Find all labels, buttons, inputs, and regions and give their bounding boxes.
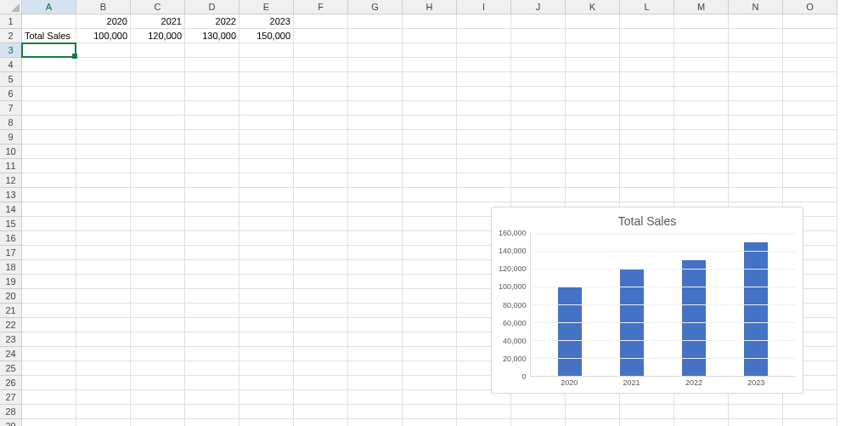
cell-L11[interactable] bbox=[620, 159, 674, 173]
cell-G21[interactable] bbox=[348, 304, 403, 318]
cell-N12[interactable] bbox=[729, 173, 783, 188]
cell-G26[interactable] bbox=[348, 376, 403, 390]
cell-N9[interactable] bbox=[729, 130, 783, 145]
cell-D6[interactable] bbox=[185, 87, 240, 101]
cell-G15[interactable] bbox=[348, 217, 403, 231]
cell-H9[interactable] bbox=[403, 130, 457, 145]
cell-L4[interactable] bbox=[620, 58, 674, 72]
row-header-24[interactable]: 24 bbox=[0, 347, 22, 361]
cell-B27[interactable] bbox=[76, 390, 131, 405]
row-header-2[interactable]: 2 bbox=[0, 29, 22, 43]
cell-A23[interactable] bbox=[22, 332, 76, 347]
cell-E18[interactable] bbox=[240, 260, 294, 275]
cell-F6[interactable] bbox=[294, 87, 348, 101]
cell-B28[interactable] bbox=[76, 405, 131, 419]
cell-N3[interactable] bbox=[729, 43, 783, 58]
row-header-25[interactable]: 25 bbox=[0, 361, 22, 376]
cell-C25[interactable] bbox=[131, 361, 185, 376]
cell-F19[interactable] bbox=[294, 275, 348, 289]
cell-C4[interactable] bbox=[131, 58, 185, 72]
cell-C3[interactable] bbox=[131, 43, 185, 58]
cell-C14[interactable] bbox=[131, 202, 185, 217]
cell-E12[interactable] bbox=[240, 173, 294, 188]
cell-H11[interactable] bbox=[403, 159, 457, 173]
cell-F28[interactable] bbox=[294, 405, 348, 419]
cell-E4[interactable] bbox=[240, 58, 294, 72]
cell-N4[interactable] bbox=[729, 58, 783, 72]
cell-H22[interactable] bbox=[403, 318, 457, 332]
cell-B29[interactable] bbox=[76, 419, 131, 426]
cell-C21[interactable] bbox=[131, 304, 185, 318]
cell-E15[interactable] bbox=[240, 217, 294, 231]
cell-O29[interactable] bbox=[783, 419, 837, 426]
cell-A19[interactable] bbox=[22, 275, 76, 289]
cell-K11[interactable] bbox=[566, 159, 620, 173]
cell-G10[interactable] bbox=[348, 145, 403, 159]
cell-F18[interactable] bbox=[294, 260, 348, 275]
cell-C2[interactable]: 120,000 bbox=[131, 29, 185, 43]
cell-H21[interactable] bbox=[403, 304, 457, 318]
cell-B10[interactable] bbox=[76, 145, 131, 159]
cell-H24[interactable] bbox=[403, 347, 457, 361]
cell-O10[interactable] bbox=[783, 145, 837, 159]
cell-E11[interactable] bbox=[240, 159, 294, 173]
select-all-corner[interactable] bbox=[0, 0, 22, 14]
col-header-M[interactable]: M bbox=[674, 0, 729, 14]
cell-A18[interactable] bbox=[22, 260, 76, 275]
cell-A12[interactable] bbox=[22, 173, 76, 188]
col-header-D[interactable]: D bbox=[185, 0, 240, 14]
cell-B2[interactable]: 100,000 bbox=[76, 29, 131, 43]
col-header-A[interactable]: A bbox=[22, 0, 76, 14]
cell-E28[interactable] bbox=[240, 405, 294, 419]
cell-J1[interactable] bbox=[511, 14, 566, 29]
cell-D29[interactable] bbox=[185, 419, 240, 426]
row-header-19[interactable]: 19 bbox=[0, 275, 22, 289]
row-header-13[interactable]: 13 bbox=[0, 188, 22, 202]
cell-G23[interactable] bbox=[348, 332, 403, 347]
cell-A10[interactable] bbox=[22, 145, 76, 159]
cell-K28[interactable] bbox=[566, 405, 620, 419]
cell-N5[interactable] bbox=[729, 72, 783, 87]
row-header-28[interactable]: 28 bbox=[0, 405, 22, 419]
cell-B4[interactable] bbox=[76, 58, 131, 72]
cell-A4[interactable] bbox=[22, 58, 76, 72]
cell-E26[interactable] bbox=[240, 376, 294, 390]
cell-A27[interactable] bbox=[22, 390, 76, 405]
cell-H5[interactable] bbox=[403, 72, 457, 87]
row-header-10[interactable]: 10 bbox=[0, 145, 22, 159]
cell-H14[interactable] bbox=[403, 202, 457, 217]
cell-J9[interactable] bbox=[511, 130, 566, 145]
cell-O28[interactable] bbox=[783, 405, 837, 419]
cell-N29[interactable] bbox=[729, 419, 783, 426]
cell-I8[interactable] bbox=[457, 116, 511, 130]
cell-D12[interactable] bbox=[185, 173, 240, 188]
cell-N1[interactable] bbox=[729, 14, 783, 29]
cell-H28[interactable] bbox=[403, 405, 457, 419]
cell-O3[interactable] bbox=[783, 43, 837, 58]
col-header-K[interactable]: K bbox=[566, 0, 620, 14]
cell-A28[interactable] bbox=[22, 405, 76, 419]
cell-C27[interactable] bbox=[131, 390, 185, 405]
col-header-C[interactable]: C bbox=[131, 0, 185, 14]
cell-M10[interactable] bbox=[674, 145, 729, 159]
cell-M1[interactable] bbox=[674, 14, 729, 29]
cell-B23[interactable] bbox=[76, 332, 131, 347]
row-header-22[interactable]: 22 bbox=[0, 318, 22, 332]
cell-A22[interactable] bbox=[22, 318, 76, 332]
cell-C20[interactable] bbox=[131, 289, 185, 304]
cell-O11[interactable] bbox=[783, 159, 837, 173]
cell-H27[interactable] bbox=[403, 390, 457, 405]
cell-K6[interactable] bbox=[566, 87, 620, 101]
cell-F7[interactable] bbox=[294, 101, 348, 116]
cell-D9[interactable] bbox=[185, 130, 240, 145]
cell-D21[interactable] bbox=[185, 304, 240, 318]
cell-D17[interactable] bbox=[185, 246, 240, 260]
cell-H6[interactable] bbox=[403, 87, 457, 101]
cell-J12[interactable] bbox=[511, 173, 566, 188]
cell-G2[interactable] bbox=[348, 29, 403, 43]
cell-G12[interactable] bbox=[348, 173, 403, 188]
cell-F27[interactable] bbox=[294, 390, 348, 405]
cell-E13[interactable] bbox=[240, 188, 294, 202]
cell-M28[interactable] bbox=[674, 405, 729, 419]
cell-H15[interactable] bbox=[403, 217, 457, 231]
